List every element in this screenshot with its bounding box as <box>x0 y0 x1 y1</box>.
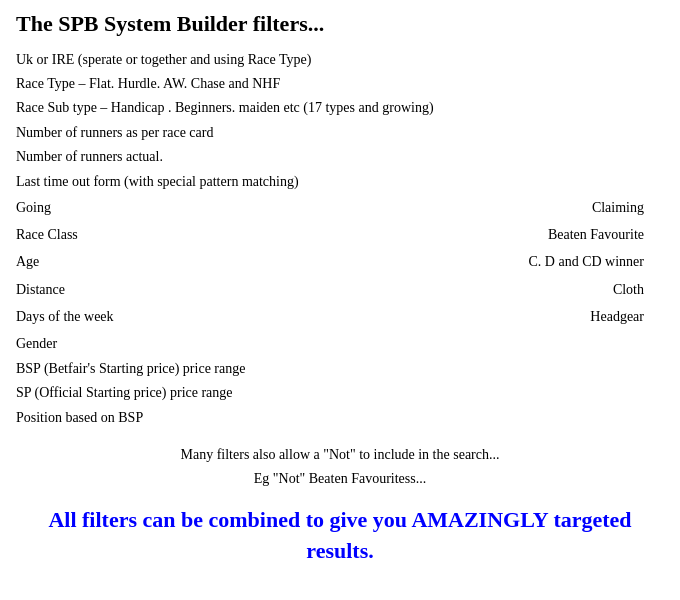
row-age-left: Age <box>16 249 340 274</box>
filter-line-2: Race Type – Flat. Hurdle. AW. Chase and … <box>16 73 664 95</box>
note-section: Many filters also allow a "Not" to inclu… <box>16 443 664 491</box>
row-going: Going Claiming <box>16 195 664 220</box>
filter-line-5: Number of runners actual. <box>16 146 664 168</box>
row-distance-left: Distance <box>16 277 340 302</box>
row-race-class-right: Beaten Favourite <box>340 222 664 247</box>
extra-line-1: BSP (Betfair's Starting price) price ran… <box>16 358 664 380</box>
note-line-1: Many filters also allow a "Not" to inclu… <box>16 443 664 467</box>
row-days: Days of the week Headgear <box>16 304 664 329</box>
filter-line-1: Uk or IRE (sperate or together and using… <box>16 49 664 71</box>
row-gender: Gender <box>16 331 664 356</box>
filter-line-4: Number of runners as per race card <box>16 122 664 144</box>
filter-lines-section: Uk or IRE (sperate or together and using… <box>16 49 664 193</box>
page-container: The SPB System Builder filters... Uk or … <box>16 10 664 566</box>
page-title: The SPB System Builder filters... <box>16 10 664 39</box>
highlight-text: All filters can be combined to give you … <box>16 505 664 567</box>
row-going-right: Claiming <box>340 195 664 220</box>
row-race-class-left: Race Class <box>16 222 340 247</box>
extra-line-2: SP (Official Starting price) price range <box>16 382 664 404</box>
note-line-2: Eg "Not" Beaten Favouritess... <box>16 467 664 491</box>
row-age-right: C. D and CD winner <box>340 249 664 274</box>
filter-line-3: Race Sub type – Handicap . Beginners. ma… <box>16 97 664 119</box>
extra-line-3: Position based on BSP <box>16 407 664 429</box>
row-gender-left: Gender <box>16 331 340 356</box>
row-gender-right <box>340 331 664 356</box>
row-days-right: Headgear <box>340 304 664 329</box>
row-distance-right: Cloth <box>340 277 664 302</box>
row-age: Age C. D and CD winner <box>16 249 664 274</box>
row-days-left: Days of the week <box>16 304 340 329</box>
extra-lines-section: BSP (Betfair's Starting price) price ran… <box>16 358 664 429</box>
row-race-class: Race Class Beaten Favourite <box>16 222 664 247</box>
two-col-section: Going Claiming Race Class Beaten Favouri… <box>16 195 664 356</box>
filter-line-6: Last time out form (with special pattern… <box>16 171 664 193</box>
row-going-left: Going <box>16 195 340 220</box>
row-distance: Distance Cloth <box>16 277 664 302</box>
